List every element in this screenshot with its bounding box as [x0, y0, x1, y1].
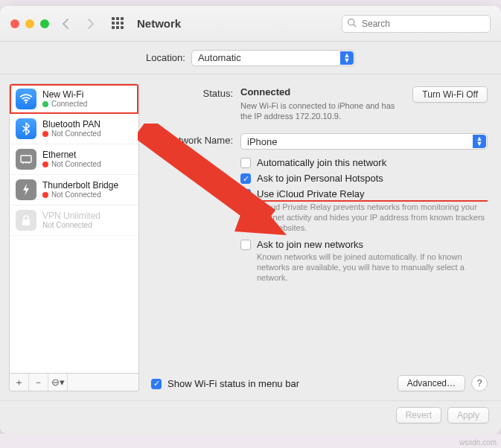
service-name: Thunderbolt Bridge	[42, 181, 118, 191]
search-input[interactable]	[342, 15, 491, 33]
help-button[interactable]: ?	[471, 375, 488, 391]
chevron-updown-icon: ▲▼	[473, 135, 486, 148]
relay-row[interactable]: ✓ Use iCloud Private Relay iCloud Privat…	[240, 188, 488, 233]
checkbox-autojoin[interactable]	[240, 158, 251, 168]
status-dot-icon	[42, 161, 48, 167]
sidebar: New Wi-Fi Connected Bluetooth PAN Not Co…	[9, 83, 139, 391]
autojoin-row[interactable]: Automatically join this network	[240, 157, 488, 168]
relay-label: Use iCloud Private Relay	[257, 188, 488, 200]
svg-line-1	[354, 24, 356, 26]
show-all-icon[interactable]	[112, 17, 125, 31]
footer: Revert Apply	[0, 400, 501, 434]
location-select[interactable]: Automatic ▲▼	[191, 50, 355, 66]
location-value: Automatic	[198, 52, 241, 63]
service-item-ethernet[interactable]: Ethernet Not Connected	[10, 144, 138, 175]
thunderbolt-icon	[16, 179, 36, 200]
traffic-lights	[10, 19, 49, 28]
zoom-icon[interactable]	[40, 19, 49, 28]
network-name-value: iPhone	[247, 136, 277, 147]
network-name-select[interactable]: iPhone ▲▼	[240, 133, 488, 150]
svg-rect-4	[22, 220, 30, 225]
status-dot-icon	[42, 192, 48, 198]
status-label: Status:	[151, 86, 240, 121]
asknew-label: Ask to join new networks	[257, 239, 488, 250]
service-item-bluetooth[interactable]: Bluetooth PAN Not Connected	[10, 114, 138, 144]
wifi-icon	[16, 89, 36, 109]
service-name: VPN Unlimited	[42, 211, 100, 221]
status-dot-icon	[42, 101, 48, 107]
svg-rect-3	[21, 156, 31, 162]
list-footer: ＋ － ⊖▾	[9, 374, 139, 391]
status-dot-icon	[42, 131, 48, 137]
main-panel: Status: Connected New Wi-Fi is connected…	[147, 83, 492, 391]
advanced-button[interactable]: Advanced…	[398, 375, 465, 391]
ethernet-icon	[16, 149, 36, 170]
autojoin-label: Automatically join this network	[257, 157, 386, 168]
lock-icon	[16, 210, 36, 231]
service-actions-button[interactable]: ⊖▾	[48, 374, 68, 391]
content-area: New Wi-Fi Connected Bluetooth PAN Not Co…	[0, 74, 501, 400]
checkbox-asknew[interactable]	[240, 240, 251, 250]
svg-point-0	[348, 19, 354, 25]
location-row: Location: Automatic ▲▼	[0, 42, 501, 74]
menubar-label: Show Wi-Fi status in menu bar	[167, 378, 299, 389]
service-status: Not Connected	[51, 160, 101, 168]
svg-point-2	[25, 102, 28, 104]
relay-description: iCloud Private Relay prevents networks f…	[257, 202, 488, 233]
chevron-updown-icon: ▲▼	[340, 51, 354, 65]
menubar-row[interactable]: ✓ Show Wi-Fi status in menu bar	[151, 378, 299, 389]
turn-wifi-off-button[interactable]: Turn Wi-Fi Off	[412, 86, 488, 103]
close-icon[interactable]	[10, 19, 19, 28]
hotspot-row[interactable]: ✓ Ask to join Personal Hotspots	[240, 173, 488, 184]
preferences-window: Network Location: Automatic ▲▼ New Wi-Fi	[0, 6, 501, 434]
bluetooth-icon	[16, 118, 36, 139]
service-item-vpn[interactable]: VPN Unlimited Not Connected	[10, 205, 138, 236]
checkbox-menubar[interactable]: ✓	[151, 379, 162, 389]
checkbox-relay[interactable]: ✓	[240, 189, 251, 199]
service-status: Not Connected	[42, 221, 92, 229]
service-status: Not Connected	[51, 129, 101, 138]
service-status: Connected	[51, 100, 87, 108]
minimize-icon[interactable]	[25, 19, 34, 28]
status-description: New Wi-Fi is connected to iPhone and has…	[240, 100, 403, 121]
service-list: New Wi-Fi Connected Bluetooth PAN Not Co…	[9, 83, 139, 374]
window-title: Network	[137, 17, 181, 30]
asknew-description: Known networks will be joined automatica…	[257, 252, 488, 283]
remove-service-button[interactable]: －	[29, 374, 48, 391]
service-name: Ethernet	[42, 150, 101, 160]
network-name-label: Network Name:	[151, 133, 240, 150]
status-value: Connected	[240, 86, 403, 97]
search-field[interactable]	[342, 15, 491, 33]
service-status: Not Connected	[51, 191, 101, 199]
add-service-button[interactable]: ＋	[10, 374, 29, 391]
asknew-row[interactable]: Ask to join new networks Known networks …	[240, 239, 488, 283]
location-label: Location:	[146, 52, 185, 63]
forward-button[interactable]	[82, 14, 100, 33]
service-name: New Wi-Fi	[42, 90, 87, 100]
checkbox-hotspot[interactable]: ✓	[240, 173, 251, 184]
hotspot-label: Ask to join Personal Hotspots	[257, 173, 383, 184]
service-item-new-wifi[interactable]: New Wi-Fi Connected	[10, 84, 138, 114]
apply-button[interactable]: Apply	[447, 407, 489, 423]
revert-button[interactable]: Revert	[396, 407, 441, 423]
service-name: Bluetooth PAN	[42, 120, 101, 129]
back-button[interactable]	[57, 14, 74, 33]
titlebar: Network	[0, 6, 501, 42]
service-item-thunderbolt[interactable]: Thunderbolt Bridge Not Connected	[10, 175, 138, 205]
search-icon	[347, 18, 357, 30]
